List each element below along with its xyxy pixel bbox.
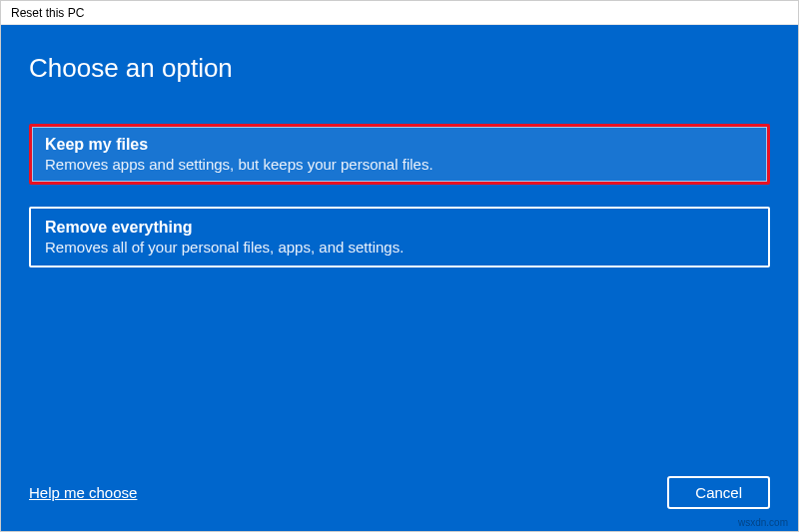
window-title: Reset this PC [1, 1, 798, 25]
page-heading: Choose an option [29, 53, 770, 84]
option-remove-everything[interactable]: Remove everything Removes all of your pe… [29, 207, 770, 267]
reset-pc-dialog: Reset this PC Choose an option Keep my f… [0, 0, 799, 532]
dialog-footer: Help me choose Cancel [29, 456, 770, 509]
dialog-content: Choose an option Keep my files Removes a… [1, 25, 798, 531]
option-keep-my-files[interactable]: Keep my files Removes apps and settings,… [29, 124, 770, 185]
help-me-choose-link[interactable]: Help me choose [29, 484, 137, 501]
option-remove-title: Remove everything [45, 219, 754, 237]
cancel-button[interactable]: Cancel [667, 476, 770, 509]
watermark: wsxdn.com [738, 517, 788, 528]
option-keep-desc: Removes apps and settings, but keeps you… [45, 156, 754, 173]
option-remove-desc: Removes all of your personal files, apps… [45, 239, 754, 256]
option-keep-title: Keep my files [45, 136, 754, 154]
